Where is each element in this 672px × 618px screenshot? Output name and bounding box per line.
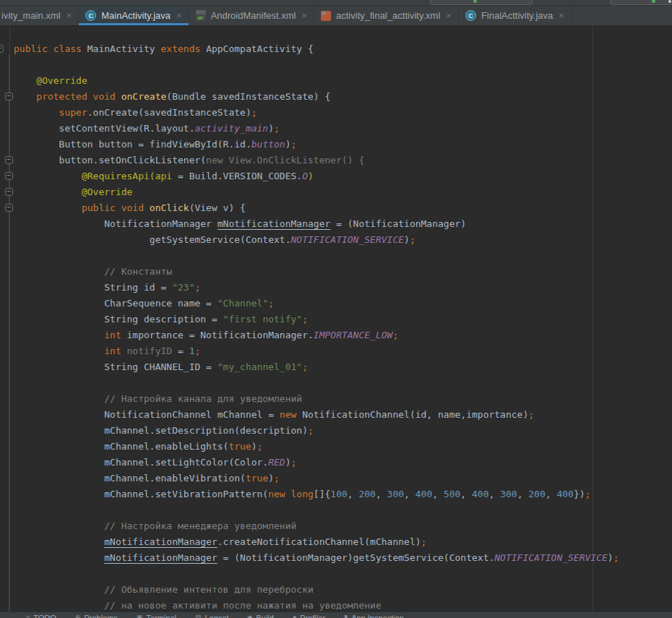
tab-label: ivity_main.xml [1,10,61,21]
tool-window-button-logcat[interactable]: ▤Logcat [195,614,229,618]
fold-marker-icon[interactable]: − [5,188,13,196]
build-icon: ◆ [248,614,253,618]
tool-window-label: Build [256,614,273,618]
code-line: mChannel.setDescription(description); [14,423,672,439]
logcat-icon: ▤ [195,614,202,618]
fold-marker-icon[interactable]: − [5,172,13,180]
tab-MainActivity.java[interactable]: CMainActivity.java× [79,6,189,25]
code-line [14,57,672,73]
code-line: // Настройка канала для уведомлений [14,391,672,407]
code-line: int notifyID = 1; [14,343,672,359]
tool-window-label: Logcat [204,614,228,618]
code-line: setContentView(R.layout.activity_main); [14,121,672,137]
code-line: NotificationChannel mChannel = new Notif… [14,407,672,423]
code-line: getSystemService(Context.NOTIFICATION_SE… [14,232,672,248]
tool-window-button-problems[interactable]: ⊕Problems [75,614,118,618]
code-content: public class MainActivity extends AppCom… [0,41,672,611]
tool-window-button-build[interactable]: ◆Build [248,614,274,618]
tab-ivity_main.xml[interactable]: ivity_main.xml× [0,6,79,25]
code-line: public void onClick(View v) { [14,200,672,216]
code-line: String CHANNEL_ID = "my_channel_01"; [14,359,672,375]
more-icon [668,0,671,3]
run-icon [652,0,655,3]
tool-window-button-profiler[interactable]: ●Profiler [293,614,325,618]
tool-window-button-app-inspection[interactable]: ▮App Inspection [344,614,404,618]
code-line [14,502,672,518]
code-line: mChannel.setLightColor(Color.RED); [14,455,672,471]
run-icon [473,0,477,3]
tool-window-button-todo[interactable]: ≡TODO [26,614,56,618]
todo-icon: ≡ [26,614,30,618]
code-line: String id = "23"; [14,280,672,296]
code-line: @RequiresApi(api = Build.VERSION_CODES.O… [14,168,672,184]
code-line: String description = "first notify"; [14,312,672,327]
fold-marker-icon[interactable]: − [5,93,13,100]
app-inspection-icon: ▮ [344,614,348,618]
class-file-icon: C [85,10,96,21]
tool-window-label: TODO [33,614,56,618]
tab-label: FinalActtivity.java [481,10,553,21]
device-selector-button[interactable] [610,0,672,5]
code-line: mChannel.enableLights(true); [14,439,672,455]
layout-file-icon [321,11,331,21]
close-tab-icon[interactable]: × [66,10,72,21]
tab-activity_final_acttivity.xml[interactable]: activity_final_acttivity.xml× [314,6,459,25]
code-line: // на новое активити после нажатия на ув… [14,598,672,611]
code-line [14,248,672,264]
tab-AndroidManifest.xml[interactable]: MFAndroidManifest.xml× [189,6,314,25]
code-line: NotificationManager mNotificationManager… [14,216,672,232]
code-line: mNotificationManager.createNotificationC… [14,534,672,550]
android-studio-window: ivity_main.xml×CMainActivity.java×MFAndr… [0,0,672,618]
code-line: // Настройка менеджера уведомлений [14,518,672,534]
code-line: @Override [14,73,672,89]
code-line: // Константы [14,264,672,280]
tab-label: MainActivity.java [101,10,171,21]
main-toolbar-partial [0,0,672,6]
tool-window-label: Profiler [300,614,325,618]
code-line: protected void onCreate(Bundle savedInst… [14,89,672,105]
close-tab-icon[interactable]: × [446,10,452,21]
tool-window-button-terminal[interactable]: ▣Terminal [137,614,176,618]
code-line: // Обьявление интентов для переброски [14,582,672,598]
code-line: super.onCreate(savedInstanceState); [14,105,672,121]
code-line: button.setOnClickListener(new View.OnCli… [14,153,672,168]
problems-icon: ⊕ [75,614,81,618]
code-line: Button button = findViewById(R.id.button… [14,137,672,153]
tool-window-label: App Inspection [351,614,404,618]
close-tab-icon[interactable]: × [301,10,307,21]
manifest-file-icon: MF [196,10,206,21]
fold-marker-icon[interactable]: − [0,45,4,53]
code-line [14,566,672,582]
code-line: int importance = NotificationManager.IMP… [14,327,672,343]
editor-tab-bar: ivity_main.xml×CMainActivity.java×MFAndr… [0,6,672,26]
tool-window-label: Problems [84,614,117,618]
terminal-icon: ▣ [137,614,143,618]
tool-window-bar: ≡TODO⊕Problems▣Terminal▤Logcat◆Build●Pro… [0,611,672,618]
close-tab-icon[interactable]: × [176,10,182,21]
code-line: mChannel.setVibrationPattern(new long[]{… [14,486,672,502]
class-file-icon: C [465,10,476,21]
close-tab-icon[interactable]: × [559,10,564,21]
profiler-icon: ● [293,614,296,618]
fold-marker-icon[interactable]: − [5,156,13,164]
code-line: @Override [14,184,672,200]
code-editor[interactable]: public class MainActivity extends AppCom… [0,26,672,611]
tab-FinalActtivity.java[interactable]: CFinalActtivity.java× [459,6,572,25]
tab-label: activity_final_acttivity.xml [336,10,440,21]
run-configuration-button[interactable] [430,0,533,5]
fold-marker-icon[interactable]: − [5,204,13,212]
code-line: mNotificationManager = (NotificationMana… [14,550,672,566]
code-line: mChannel.enableVibration(true); [14,471,672,486]
code-line: CharSequence name = "Channel"; [14,296,672,312]
tab-label: AndroidManifest.xml [211,10,296,21]
code-line: public class MainActivity extends AppCom… [14,41,672,57]
tool-window-label: Terminal [146,614,176,618]
code-line [14,375,672,391]
